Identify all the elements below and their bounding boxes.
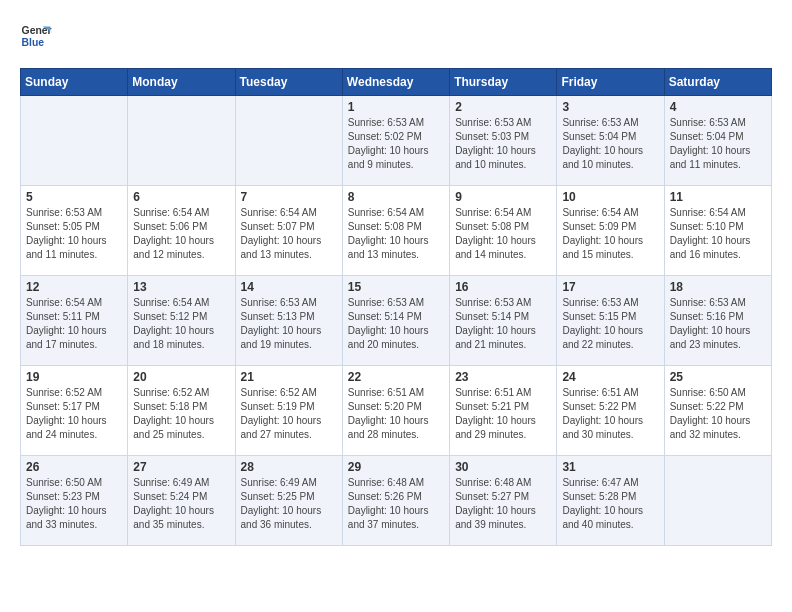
logo-icon: General Blue (20, 20, 52, 52)
day-number: 25 (670, 370, 766, 384)
calendar-cell: 11Sunrise: 6:54 AM Sunset: 5:10 PM Dayli… (664, 186, 771, 276)
day-number: 17 (562, 280, 658, 294)
day-number: 23 (455, 370, 551, 384)
day-header-wednesday: Wednesday (342, 69, 449, 96)
day-number: 26 (26, 460, 122, 474)
calendar-cell: 2Sunrise: 6:53 AM Sunset: 5:03 PM Daylig… (450, 96, 557, 186)
day-number: 20 (133, 370, 229, 384)
calendar-cell: 12Sunrise: 6:54 AM Sunset: 5:11 PM Dayli… (21, 276, 128, 366)
day-info: Sunrise: 6:54 AM Sunset: 5:09 PM Dayligh… (562, 206, 658, 262)
day-number: 15 (348, 280, 444, 294)
calendar-cell: 13Sunrise: 6:54 AM Sunset: 5:12 PM Dayli… (128, 276, 235, 366)
day-number: 4 (670, 100, 766, 114)
day-info: Sunrise: 6:54 AM Sunset: 5:11 PM Dayligh… (26, 296, 122, 352)
day-number: 13 (133, 280, 229, 294)
day-info: Sunrise: 6:53 AM Sunset: 5:04 PM Dayligh… (670, 116, 766, 172)
day-number: 8 (348, 190, 444, 204)
day-info: Sunrise: 6:49 AM Sunset: 5:24 PM Dayligh… (133, 476, 229, 532)
calendar-body: 1Sunrise: 6:53 AM Sunset: 5:02 PM Daylig… (21, 96, 772, 546)
calendar-cell (128, 96, 235, 186)
day-number: 1 (348, 100, 444, 114)
day-info: Sunrise: 6:48 AM Sunset: 5:27 PM Dayligh… (455, 476, 551, 532)
day-number: 21 (241, 370, 337, 384)
day-info: Sunrise: 6:53 AM Sunset: 5:13 PM Dayligh… (241, 296, 337, 352)
day-info: Sunrise: 6:52 AM Sunset: 5:19 PM Dayligh… (241, 386, 337, 442)
day-info: Sunrise: 6:48 AM Sunset: 5:26 PM Dayligh… (348, 476, 444, 532)
day-info: Sunrise: 6:53 AM Sunset: 5:03 PM Dayligh… (455, 116, 551, 172)
day-info: Sunrise: 6:53 AM Sunset: 5:05 PM Dayligh… (26, 206, 122, 262)
day-info: Sunrise: 6:47 AM Sunset: 5:28 PM Dayligh… (562, 476, 658, 532)
day-info: Sunrise: 6:50 AM Sunset: 5:23 PM Dayligh… (26, 476, 122, 532)
calendar-cell: 19Sunrise: 6:52 AM Sunset: 5:17 PM Dayli… (21, 366, 128, 456)
day-number: 14 (241, 280, 337, 294)
calendar-cell: 28Sunrise: 6:49 AM Sunset: 5:25 PM Dayli… (235, 456, 342, 546)
day-number: 30 (455, 460, 551, 474)
calendar-cell: 3Sunrise: 6:53 AM Sunset: 5:04 PM Daylig… (557, 96, 664, 186)
day-info: Sunrise: 6:54 AM Sunset: 5:07 PM Dayligh… (241, 206, 337, 262)
calendar-cell: 8Sunrise: 6:54 AM Sunset: 5:08 PM Daylig… (342, 186, 449, 276)
day-number: 6 (133, 190, 229, 204)
calendar-cell (21, 96, 128, 186)
day-info: Sunrise: 6:53 AM Sunset: 5:14 PM Dayligh… (455, 296, 551, 352)
calendar-week-row: 5Sunrise: 6:53 AM Sunset: 5:05 PM Daylig… (21, 186, 772, 276)
day-header-tuesday: Tuesday (235, 69, 342, 96)
calendar-cell: 23Sunrise: 6:51 AM Sunset: 5:21 PM Dayli… (450, 366, 557, 456)
day-info: Sunrise: 6:51 AM Sunset: 5:21 PM Dayligh… (455, 386, 551, 442)
day-header-thursday: Thursday (450, 69, 557, 96)
day-number: 19 (26, 370, 122, 384)
calendar-cell: 10Sunrise: 6:54 AM Sunset: 5:09 PM Dayli… (557, 186, 664, 276)
calendar-cell: 18Sunrise: 6:53 AM Sunset: 5:16 PM Dayli… (664, 276, 771, 366)
day-number: 29 (348, 460, 444, 474)
calendar-cell: 1Sunrise: 6:53 AM Sunset: 5:02 PM Daylig… (342, 96, 449, 186)
calendar-cell: 22Sunrise: 6:51 AM Sunset: 5:20 PM Dayli… (342, 366, 449, 456)
page-header: General Blue (20, 20, 772, 52)
day-number: 9 (455, 190, 551, 204)
calendar-cell: 17Sunrise: 6:53 AM Sunset: 5:15 PM Dayli… (557, 276, 664, 366)
calendar-week-row: 26Sunrise: 6:50 AM Sunset: 5:23 PM Dayli… (21, 456, 772, 546)
day-header-friday: Friday (557, 69, 664, 96)
day-number: 27 (133, 460, 229, 474)
day-header-saturday: Saturday (664, 69, 771, 96)
day-info: Sunrise: 6:51 AM Sunset: 5:20 PM Dayligh… (348, 386, 444, 442)
calendar-week-row: 19Sunrise: 6:52 AM Sunset: 5:17 PM Dayli… (21, 366, 772, 456)
day-number: 7 (241, 190, 337, 204)
day-info: Sunrise: 6:53 AM Sunset: 5:02 PM Dayligh… (348, 116, 444, 172)
day-info: Sunrise: 6:53 AM Sunset: 5:15 PM Dayligh… (562, 296, 658, 352)
calendar-cell: 5Sunrise: 6:53 AM Sunset: 5:05 PM Daylig… (21, 186, 128, 276)
day-info: Sunrise: 6:54 AM Sunset: 5:08 PM Dayligh… (455, 206, 551, 262)
day-info: Sunrise: 6:50 AM Sunset: 5:22 PM Dayligh… (670, 386, 766, 442)
day-header-sunday: Sunday (21, 69, 128, 96)
day-number: 10 (562, 190, 658, 204)
calendar-cell: 15Sunrise: 6:53 AM Sunset: 5:14 PM Dayli… (342, 276, 449, 366)
calendar-table: SundayMondayTuesdayWednesdayThursdayFrid… (20, 68, 772, 546)
day-number: 11 (670, 190, 766, 204)
day-info: Sunrise: 6:53 AM Sunset: 5:04 PM Dayligh… (562, 116, 658, 172)
day-number: 28 (241, 460, 337, 474)
day-number: 16 (455, 280, 551, 294)
calendar-cell: 31Sunrise: 6:47 AM Sunset: 5:28 PM Dayli… (557, 456, 664, 546)
calendar-cell: 27Sunrise: 6:49 AM Sunset: 5:24 PM Dayli… (128, 456, 235, 546)
day-number: 12 (26, 280, 122, 294)
day-number: 3 (562, 100, 658, 114)
day-info: Sunrise: 6:51 AM Sunset: 5:22 PM Dayligh… (562, 386, 658, 442)
calendar-week-row: 12Sunrise: 6:54 AM Sunset: 5:11 PM Dayli… (21, 276, 772, 366)
day-info: Sunrise: 6:52 AM Sunset: 5:18 PM Dayligh… (133, 386, 229, 442)
svg-text:Blue: Blue (22, 37, 45, 48)
day-info: Sunrise: 6:53 AM Sunset: 5:16 PM Dayligh… (670, 296, 766, 352)
calendar-cell: 26Sunrise: 6:50 AM Sunset: 5:23 PM Dayli… (21, 456, 128, 546)
calendar-week-row: 1Sunrise: 6:53 AM Sunset: 5:02 PM Daylig… (21, 96, 772, 186)
day-info: Sunrise: 6:49 AM Sunset: 5:25 PM Dayligh… (241, 476, 337, 532)
calendar-cell (664, 456, 771, 546)
logo: General Blue (20, 20, 52, 52)
day-info: Sunrise: 6:54 AM Sunset: 5:10 PM Dayligh… (670, 206, 766, 262)
calendar-cell: 24Sunrise: 6:51 AM Sunset: 5:22 PM Dayli… (557, 366, 664, 456)
day-number: 31 (562, 460, 658, 474)
day-number: 5 (26, 190, 122, 204)
day-info: Sunrise: 6:52 AM Sunset: 5:17 PM Dayligh… (26, 386, 122, 442)
day-info: Sunrise: 6:54 AM Sunset: 5:06 PM Dayligh… (133, 206, 229, 262)
calendar-cell: 30Sunrise: 6:48 AM Sunset: 5:27 PM Dayli… (450, 456, 557, 546)
calendar-cell: 14Sunrise: 6:53 AM Sunset: 5:13 PM Dayli… (235, 276, 342, 366)
calendar-header-row: SundayMondayTuesdayWednesdayThursdayFrid… (21, 69, 772, 96)
calendar-cell: 4Sunrise: 6:53 AM Sunset: 5:04 PM Daylig… (664, 96, 771, 186)
calendar-cell: 25Sunrise: 6:50 AM Sunset: 5:22 PM Dayli… (664, 366, 771, 456)
